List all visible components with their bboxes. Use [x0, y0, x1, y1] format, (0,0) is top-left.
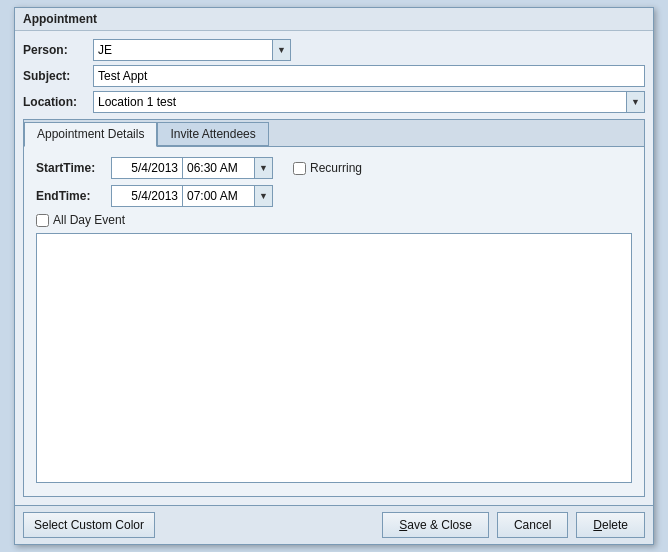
recurring-checkbox-label[interactable]: Recurring — [293, 161, 362, 175]
all-day-row: All Day Event — [36, 213, 632, 227]
delete-label: Delete — [593, 518, 628, 532]
subject-input[interactable] — [93, 65, 645, 87]
start-date-input[interactable] — [111, 157, 183, 179]
bottom-bar: Select Custom Color Save & Close Cancel … — [15, 505, 653, 544]
person-dropdown-arrow: ▼ — [277, 45, 286, 55]
location-dropdown-btn[interactable]: ▼ — [627, 91, 645, 113]
window-title: Appointment — [15, 8, 653, 31]
notes-textarea[interactable] — [36, 233, 632, 483]
tab-invite-attendees[interactable]: Invite Attendees — [157, 122, 268, 146]
location-row: Location: ▼ — [23, 91, 645, 113]
recurring-label: Recurring — [310, 161, 362, 175]
start-time-input[interactable] — [183, 157, 255, 179]
end-time-dropdown-btn[interactable]: ▼ — [255, 185, 273, 207]
person-input-group: ▼ — [93, 39, 645, 61]
tab-bar: Appointment Details Invite Attendees — [24, 120, 644, 147]
start-time-label: StartTime: — [36, 161, 111, 175]
start-time-row: StartTime: ▼ Recurring — [36, 157, 632, 179]
window-body: Person: ▼ Subject: Location: ▼ — [15, 31, 653, 505]
recurring-checkbox[interactable] — [293, 162, 306, 175]
person-row: Person: ▼ — [23, 39, 645, 61]
custom-color-button[interactable]: Select Custom Color — [23, 512, 155, 538]
end-time-label: EndTime: — [36, 189, 111, 203]
tab-content-appointment-details: StartTime: ▼ Recurring EndTim — [24, 147, 644, 496]
subject-input-group — [93, 65, 645, 87]
end-date-input[interactable] — [111, 185, 183, 207]
person-dropdown-btn[interactable]: ▼ — [273, 39, 291, 61]
subject-row: Subject: — [23, 65, 645, 87]
save-underline: S — [399, 518, 407, 532]
location-input-group: ▼ — [93, 91, 645, 113]
bottom-right: Save & Close Cancel Delete — [382, 512, 645, 538]
save-close-button[interactable]: Save & Close — [382, 512, 489, 538]
person-label: Person: — [23, 43, 93, 57]
location-dropdown-arrow: ▼ — [631, 97, 640, 107]
subject-label: Subject: — [23, 69, 93, 83]
save-close-label: Save & Close — [399, 518, 472, 532]
person-input[interactable] — [93, 39, 273, 61]
location-label: Location: — [23, 95, 93, 109]
end-time-row: EndTime: ▼ — [36, 185, 632, 207]
cancel-button[interactable]: Cancel — [497, 512, 568, 538]
start-time-dropdown-btn[interactable]: ▼ — [255, 157, 273, 179]
tab-appointment-details[interactable]: Appointment Details — [24, 122, 157, 147]
tab-container: Appointment Details Invite Attendees Sta… — [23, 119, 645, 497]
all-day-checkbox[interactable] — [36, 214, 49, 227]
end-dropdown-arrow: ▼ — [259, 191, 268, 201]
appointment-window: Appointment Person: ▼ Subject: Location: — [14, 7, 654, 545]
recurring-area: Recurring — [293, 161, 362, 175]
all-day-label: All Day Event — [53, 213, 125, 227]
end-time-input[interactable] — [183, 185, 255, 207]
start-dropdown-arrow: ▼ — [259, 163, 268, 173]
delete-button[interactable]: Delete — [576, 512, 645, 538]
location-input[interactable] — [93, 91, 627, 113]
delete-underline: D — [593, 518, 602, 532]
bottom-left: Select Custom Color — [23, 512, 155, 538]
all-day-checkbox-label[interactable]: All Day Event — [36, 213, 632, 227]
